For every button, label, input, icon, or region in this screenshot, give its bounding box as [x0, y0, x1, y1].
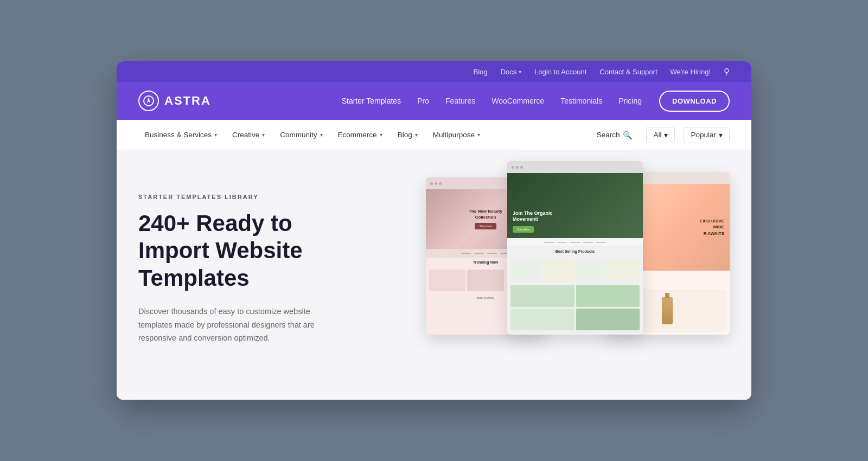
popular-filter-dropdown[interactable]: Popular ▾ [684, 127, 730, 143]
nav-links: Starter Templates Pro Features WooCommer… [335, 92, 648, 110]
ecommerce-chevron-icon: ▾ [380, 132, 382, 138]
all-chevron-icon: ▾ [664, 131, 668, 139]
filter-community[interactable]: Community ▾ [273, 127, 329, 142]
nav-features[interactable]: Features [439, 92, 482, 110]
filter-creative[interactable]: Creative ▾ [226, 127, 271, 142]
blog-chevron-icon: ▾ [415, 132, 418, 138]
popular-chevron-icon: ▾ [719, 131, 723, 139]
nav-woocommerce[interactable]: WooCommerce [485, 92, 551, 110]
filter-right: Search 🔍 All ▾ Popular ▾ [591, 127, 730, 143]
hero-description: Discover thousands of easy to customize … [138, 305, 344, 345]
business-chevron-icon: ▾ [214, 132, 217, 138]
hero-title: 240+ Ready to Import Website Templates [138, 210, 366, 292]
hero-visuals: The New BeautyCollection Shop Now Trendi… [426, 161, 751, 356]
search-icon[interactable]: ⚲ [724, 67, 730, 76]
filter-blog[interactable]: Blog ▾ [391, 127, 424, 142]
mockup-organic-hero: Join The OrganicMovement! Shop Now [507, 173, 643, 238]
nav-pricing[interactable]: Pricing [612, 92, 648, 110]
utility-bar: Blog Docs ▾ Login to Account Contact & S… [117, 61, 751, 82]
nav-starter-templates[interactable]: Starter Templates [335, 92, 407, 110]
browser-window: Blog Docs ▾ Login to Account Contact & S… [117, 61, 751, 400]
filter-bar: Business & Services ▾ Creative ▾ Communi… [117, 120, 751, 150]
logo[interactable]: ASTRA [138, 91, 211, 111]
filter-business-services[interactable]: Business & Services ▾ [138, 127, 224, 142]
hero-section: STARTER TEMPLATES LIBRARY 240+ Ready to … [117, 150, 751, 356]
contact-link[interactable]: Contact & Support [599, 68, 657, 76]
search-button[interactable]: Search 🔍 [591, 127, 638, 143]
nav-pro[interactable]: Pro [411, 92, 436, 110]
all-filter-dropdown[interactable]: All ▾ [646, 127, 675, 143]
community-chevron-icon: ▾ [320, 132, 323, 138]
mockup-header-organic [507, 161, 643, 173]
search-filter-icon: 🔍 [623, 131, 632, 139]
nav-testimonials[interactable]: Testimonials [554, 92, 609, 110]
hero-text: STARTER TEMPLATES LIBRARY 240+ Ready to … [138, 183, 366, 345]
docs-chevron-icon: ▾ [519, 69, 521, 75]
multipurpose-chevron-icon: ▾ [477, 132, 480, 138]
main-nav: ASTRA Starter Templates Pro Features Woo… [117, 82, 751, 120]
mockup-subnav [507, 238, 643, 247]
filter-multipurpose[interactable]: Multipurpose ▾ [426, 127, 487, 142]
hero-label: STARTER TEMPLATES LIBRARY [138, 194, 366, 200]
logo-icon [138, 91, 159, 111]
filter-categories: Business & Services ▾ Creative ▾ Communi… [138, 127, 591, 142]
svg-marker-1 [147, 97, 150, 103]
hiring-link[interactable]: We're Hiring! [671, 68, 711, 76]
blog-link[interactable]: Blog [473, 68, 487, 76]
login-link[interactable]: Login to Account [534, 68, 586, 76]
download-button[interactable]: DOWNLOAD [659, 91, 730, 112]
template-mockup-organic[interactable]: Join The OrganicMovement! Shop Now Best … [507, 161, 643, 335]
logo-text: ASTRA [164, 94, 211, 108]
bottom-space [117, 356, 751, 400]
filter-ecommerce[interactable]: Ecommerce ▾ [331, 127, 389, 142]
docs-link[interactable]: Docs ▾ [501, 68, 522, 76]
creative-chevron-icon: ▾ [262, 132, 265, 138]
